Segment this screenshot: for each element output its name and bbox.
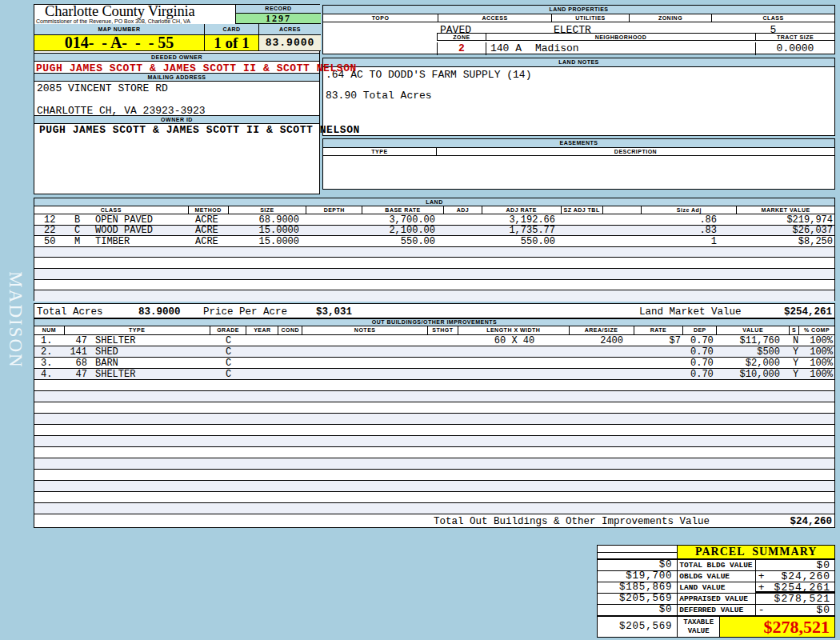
land-table: LAND CLASS METHOD SIZE DEPTH BASE RATE A… (34, 198, 835, 301)
ob-col-dep: DEP (683, 326, 717, 334)
price-per-acre-value: $3,031 (316, 306, 352, 318)
land-col-size-adj: Size Adj (642, 206, 737, 214)
total-bldg-value: $0 (816, 560, 830, 570)
owner-id-value: PUGH JAMES SCOTT & JAMES SCOTT II & SCOT… (39, 124, 391, 136)
parcel-summary-row: $205,569 APPRAISED VALUE $278,521 (598, 594, 834, 605)
taxable-value-label: TAXABLE VALUE (678, 617, 720, 637)
land-col-class: CLASS (34, 206, 189, 214)
land-empty-row (34, 290, 834, 302)
access-label: ACCESS (438, 14, 552, 22)
out-building-empty-row (34, 414, 834, 425)
obldg-value: $24,260 (781, 571, 830, 582)
out-building-empty-row (34, 436, 834, 447)
property-record-card: MADISON Charlotte County Virginia Commis… (0, 0, 840, 640)
utilities-label: UTILITIES (552, 14, 630, 22)
record-box: RECORD 1297 (235, 5, 321, 24)
taxable-value: $278,521 (720, 617, 834, 637)
land-col-blank (603, 206, 642, 214)
easement-description-label: DESCRIPTION (437, 148, 834, 155)
ob-col-num: NUM (34, 326, 65, 334)
taxable-value-row: $205,569 TAXABLE VALUE $278,521 (598, 616, 834, 637)
land-col-depth: DEPTH (306, 206, 362, 214)
land-value-label: LAND VALUE (678, 582, 755, 593)
deferred-value-label: DEFERRED VALUE (678, 605, 755, 615)
parcel-summary-row: $19,700 OBLDG VALUE +$24,260 (598, 571, 834, 582)
land-row: 22CWOOD PAVED ACRE 15.0000 2,100.00 1,73… (34, 226, 834, 237)
acres-value: 83.9000 (259, 35, 321, 50)
ob-col-notes: NOTES (302, 326, 428, 334)
out-buildings-total-row: Total Out Buildings & Other Improvements… (34, 514, 834, 528)
parcel-summary-prior-blank (598, 546, 678, 558)
county-title: Charlotte County Virginia (45, 3, 194, 20)
deferred-value: $0 (816, 605, 830, 615)
owner-id-section-header: OWNER ID (34, 115, 319, 124)
map-number-label: MAP NUMBER (34, 24, 205, 34)
appraised-value: $278,521 (774, 594, 830, 604)
land-properties-header-row: TOPO ACCESS UTILITIES ZONING CLASS (323, 14, 834, 22)
commissioner-line: Commissioner of the Revenue, PO Box 308,… (36, 18, 190, 24)
ob-col-type: TYPE (65, 326, 210, 334)
land-value: $254,261 (774, 582, 830, 593)
out-building-empty-row (34, 447, 834, 458)
out-building-row: 3. 68 BARN C 0.70 $2,000 Y 100% (34, 358, 834, 369)
land-notes-panel: LAND NOTES .64 AC TO DODD'S FARM SUPPLY … (322, 58, 835, 136)
ob-col-value: VALUE (717, 326, 790, 334)
out-building-empty-row (34, 402, 834, 414)
topo-label: TOPO (323, 14, 438, 22)
price-per-acre-label: Price Per Acre (203, 306, 287, 318)
obldg-value-label: OBLDG VALUE (678, 571, 755, 582)
land-col-size: SIZE (229, 206, 307, 214)
ob-col-year: YEAR (246, 326, 278, 334)
out-building-empty-row (34, 458, 834, 470)
ob-col-comp: % COMP (799, 326, 834, 334)
land-section-header: LAND (34, 198, 834, 206)
map-number-value: 014- - A- - - 55 (34, 35, 205, 50)
ob-col-length-width: LENGTH X WIDTH (458, 326, 570, 334)
owner-panel: Charlotte County Virginia Commissioner o… (34, 4, 320, 194)
land-col-adj-rate: ADJ RATE (482, 206, 562, 214)
prior-deferred-value: $0 (598, 605, 678, 615)
land-properties-panel: LAND PROPERTIES TOPO ACCESS UTILITIES ZO… (322, 5, 835, 54)
neighborhood-label: NEIGHBORHOOD (486, 33, 755, 41)
out-building-empty-row (34, 380, 834, 391)
out-building-empty-row (34, 492, 834, 503)
district-sidebar-label: MADISON (5, 271, 26, 368)
out-buildings-header-row: NUM TYPE GRADE YEAR COND NOTES STHGT LEN… (34, 326, 834, 335)
easements-header-row: TYPE DESCRIPTION (323, 148, 834, 156)
prior-taxable-value: $205,569 (598, 617, 678, 637)
land-empty-row (34, 269, 834, 280)
card-value: 1 of 1 (205, 35, 259, 50)
card-label: CARD (205, 24, 259, 34)
appraised-value-label: APPRAISED VALUE (678, 594, 755, 604)
easements-panel: EASEMENTS TYPE DESCRIPTION (322, 138, 835, 190)
out-buildings-table: OUT BUILDINGS/OTHER IMPROVEMENTS NUM TYP… (34, 318, 835, 528)
land-col-method: METHOD (189, 206, 229, 214)
mailing-address-line1: 2085 VINCENT STORE RD (37, 82, 168, 94)
easement-type-label: TYPE (323, 148, 437, 155)
land-header-row: CLASS METHOD SIZE DEPTH BASE RATE ADJ AD… (34, 206, 834, 214)
tract-size-value: 0.0000 (755, 42, 834, 55)
parcel-summary-row: $0 DEFERRED VALUE -$0 (598, 605, 834, 616)
deeded-owner-value: PUGH JAMES SCOTT & JAMES SCOTT II & SCOT… (36, 62, 388, 74)
ob-col-s: S (790, 326, 799, 334)
ob-col-grade: GRADE (210, 326, 247, 334)
land-col-base-rate: BASE RATE (362, 206, 444, 214)
land-empty-row (34, 280, 834, 291)
land-empty-row (34, 247, 834, 258)
land-row: 50MTIMBER ACRE 15.0000 550.00 550.00 1 $… (34, 236, 834, 247)
out-building-empty-row (34, 425, 834, 436)
land-col-sz-adj-tbl: SZ ADJ TBL (562, 206, 603, 214)
neighborhood-name: Madison (535, 42, 579, 54)
out-building-row: 2. 141 SHED C 0.70 $500 Y 100% (34, 346, 834, 358)
out-buildings-section-header: OUT BUILDINGS/OTHER IMPROVEMENTS (34, 319, 834, 326)
out-building-row: 1. 47 SHELTER C 60 X 40 2400 $7 0.70 $11… (34, 335, 834, 346)
total-bldg-value-label: TOTAL BLDG VALUE (678, 560, 755, 570)
parcel-summary-title: PARCEL SUMMARY (678, 546, 834, 558)
sign: - (758, 605, 765, 615)
prior-appraised-value: $205,569 (598, 594, 678, 604)
map-card-acres-value-row: 014- - A- - - 55 1 of 1 83.9000 (34, 35, 321, 51)
sign: + (758, 582, 765, 593)
out-buildings-total-value: $24,260 (790, 515, 832, 528)
total-acres-value: 83.9000 (138, 306, 181, 318)
land-market-value: $254,261 (784, 306, 832, 318)
